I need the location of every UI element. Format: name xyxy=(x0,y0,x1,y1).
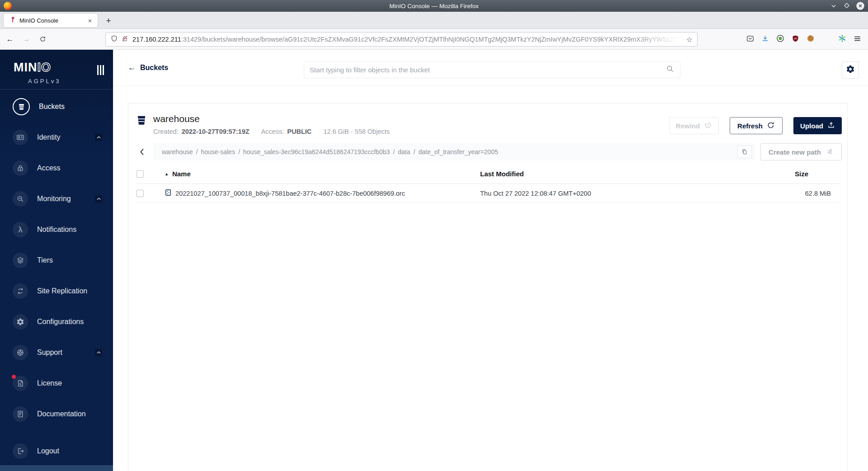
row-checkbox[interactable] xyxy=(137,190,144,197)
sidebar-item-tiers[interactable]: Tiers xyxy=(0,245,113,276)
rewind-clock-icon xyxy=(704,121,712,131)
table-row[interactable]: 20221027_100737_00018_b8xji-7581bae2-377… xyxy=(136,184,840,203)
back-label: Buckets xyxy=(140,64,168,72)
sidebar-item-configurations[interactable]: Configurations xyxy=(0,306,113,337)
bucket-settings-button[interactable] xyxy=(842,61,859,79)
sidebar-item-buckets[interactable]: Buckets xyxy=(0,91,113,122)
chevron-up-icon[interactable] xyxy=(95,195,102,203)
window-titlebar: MinIO Console — Mozilla Firefox xyxy=(0,0,868,12)
filter-search-box xyxy=(304,61,680,78)
gear-icon xyxy=(13,314,28,330)
sidebar-item-license[interactable]: License xyxy=(0,368,113,399)
breadcrumb-part[interactable]: house-sales xyxy=(201,148,235,155)
sidebar-item-access[interactable]: Access xyxy=(0,153,113,184)
cookie-extension-icon[interactable] xyxy=(806,34,815,45)
path-back-button[interactable] xyxy=(136,143,149,160)
reload-button[interactable] xyxy=(36,33,49,46)
lock-icon xyxy=(13,160,28,176)
sort-asc-icon[interactable]: ▲ xyxy=(165,172,169,176)
extension-green-icon[interactable] xyxy=(776,34,785,45)
object-name[interactable]: 20221027_100737_00018_b8xji-7581bae2-377… xyxy=(175,190,405,197)
sidebar-item-documentation[interactable]: Documentation xyxy=(0,399,113,429)
breadcrumb: warehouse / house-sales / house_sales-3e… xyxy=(153,143,755,160)
rewind-button[interactable]: Rewind xyxy=(669,117,719,134)
bucket-browser-card: warehouse Created:2022-10-27T09:57:19Z A… xyxy=(128,103,848,471)
document-icon xyxy=(13,406,28,422)
extension-asterisk-icon[interactable] xyxy=(838,34,847,45)
sidebar-item-monitoring[interactable]: Monitoring xyxy=(0,184,113,214)
objects-table: ▲ Name Last Modified Size 20221027_10073… xyxy=(136,164,840,203)
layers-icon xyxy=(13,253,28,268)
tab-close-icon[interactable]: × xyxy=(86,17,94,24)
bucket-meta: Created:2022-10-27T09:57:19Z Access:PUBL… xyxy=(153,128,390,135)
breadcrumb-part[interactable]: data xyxy=(398,148,410,155)
window-minimize-icon[interactable] xyxy=(829,1,838,10)
new-tab-button[interactable]: + xyxy=(103,15,114,26)
column-header-last-modified[interactable]: Last Modified xyxy=(478,170,772,178)
identity-card-icon xyxy=(13,130,28,145)
bookmark-star-icon[interactable]: ☆ xyxy=(686,35,693,44)
page-header: ← Buckets xyxy=(113,50,868,86)
refresh-icon xyxy=(767,121,775,131)
select-all-checkbox[interactable] xyxy=(137,170,144,178)
url-text[interactable]: 217.160.222.211:31429/buckets/warehouse/… xyxy=(132,36,684,43)
download-icon[interactable] xyxy=(761,34,769,45)
object-size: 62.8 MiB xyxy=(772,190,840,197)
tab-title: MinIO Console xyxy=(19,17,86,24)
tab-bar: MinIO Console × + xyxy=(0,12,868,29)
bucket-access-value: PUBLIC xyxy=(287,128,311,135)
filter-objects-input[interactable] xyxy=(310,66,666,74)
refresh-button[interactable]: Refresh xyxy=(730,117,783,134)
back-arrow-icon: ← xyxy=(128,63,136,72)
window-maximize-icon[interactable] xyxy=(842,1,851,10)
forward-button[interactable]: → xyxy=(20,33,33,46)
tab-minio-console[interactable]: MinIO Console × xyxy=(4,14,98,27)
browser-navbar: ← → 217.160.222.211:31429/buckets/wareho… xyxy=(0,29,868,50)
create-new-path-button[interactable]: Create new path xyxy=(760,143,842,160)
back-button[interactable]: ← xyxy=(4,33,16,46)
sidebar-item-support[interactable]: Support xyxy=(0,337,113,368)
table-header-row: ▲ Name Last Modified Size xyxy=(136,164,840,184)
new-path-icon xyxy=(826,147,834,157)
bucket-created-value: 2022-10-27T09:57:19Z xyxy=(182,128,250,135)
bucket-usage: 12.6 GiB - 558 Objects xyxy=(323,128,390,135)
search-icon xyxy=(666,65,675,75)
breadcrumb-part[interactable]: date_of_transfer_year=2005 xyxy=(418,148,498,155)
column-header-name[interactable]: Name xyxy=(172,170,191,178)
object-file-icon xyxy=(165,189,172,198)
sidebar-collapse-icon[interactable] xyxy=(97,65,104,75)
pocket-icon[interactable] xyxy=(746,34,755,45)
copy-path-button[interactable] xyxy=(737,146,752,158)
url-bar[interactable]: 217.160.222.211:31429/buckets/warehouse/… xyxy=(105,32,698,47)
sidebar-item-notifications[interactable]: λ Notifications xyxy=(0,214,113,245)
tab-favicon-minio xyxy=(9,16,16,25)
lambda-icon: λ xyxy=(13,222,28,237)
lifebuoy-icon xyxy=(13,345,28,360)
shield-permissions-icon[interactable] xyxy=(110,35,118,44)
gear-icon xyxy=(846,65,855,75)
sidebar-item-logout[interactable]: Logout xyxy=(0,436,113,466)
column-header-size[interactable]: Size xyxy=(772,170,840,178)
menu-hamburger-icon[interactable] xyxy=(853,34,862,45)
breadcrumb-part[interactable]: house_sales-3ec96c19a6244d5186247193cccf… xyxy=(243,148,390,155)
chevron-up-icon[interactable] xyxy=(95,349,102,356)
insecure-lock-icon[interactable] xyxy=(121,35,129,44)
minio-logo: MINIO AGPLv3 xyxy=(0,50,113,89)
ublock-shield-icon[interactable]: uO xyxy=(791,34,800,45)
sidebar-item-identity[interactable]: Identity xyxy=(0,122,113,153)
logout-icon xyxy=(13,443,28,459)
sidebar-bottom-strip xyxy=(0,465,113,471)
window-close-icon[interactable] xyxy=(855,1,865,11)
license-document-icon xyxy=(13,376,28,391)
replication-arrows-icon xyxy=(13,283,28,299)
sidebar-item-site-replication[interactable]: Site Replication xyxy=(0,276,113,306)
back-to-buckets-link[interactable]: ← Buckets xyxy=(128,63,168,72)
bucket-icon xyxy=(136,114,147,128)
upload-button[interactable]: Upload xyxy=(793,117,842,134)
breadcrumb-part[interactable]: warehouse xyxy=(162,148,193,155)
chevron-up-icon[interactable] xyxy=(95,134,102,141)
object-last-modified: Thu Oct 27 2022 12:08:47 GMT+0200 xyxy=(478,190,772,197)
window-title: MinIO Console — Mozilla Firefox xyxy=(0,3,868,9)
upload-icon xyxy=(827,121,835,130)
magnifier-pulse-icon xyxy=(13,191,28,207)
